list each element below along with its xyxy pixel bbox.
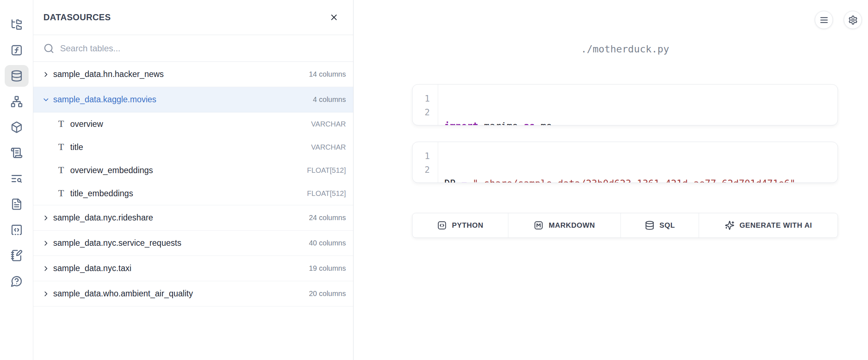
chevron-down-icon: [42, 96, 50, 104]
function-square-icon: [10, 44, 23, 56]
database-icon: [645, 220, 655, 230]
code-token: marimo: [478, 121, 524, 125]
code-line: DB = "_share/sample_data/23b0d623-1361-4…: [444, 177, 838, 183]
table-column-count: 14 columns: [309, 70, 346, 78]
sparkles-icon: [725, 220, 734, 230]
table-row[interactable]: sample_data.kaggle.movies 4 columns: [33, 87, 353, 112]
code-square-icon: [10, 224, 23, 236]
line-number: 1: [412, 92, 430, 106]
search-input[interactable]: [60, 43, 346, 53]
chevron-right-icon: [42, 290, 50, 298]
type-text-icon: T: [57, 142, 65, 152]
add-python-cell-button[interactable]: PYTHON: [412, 213, 508, 237]
table-name: sample_data.nyc.service_requests: [53, 238, 306, 248]
panel-title: DATASOURCES: [43, 12, 111, 22]
table-name: sample_data.hn.hacker_news: [53, 69, 306, 79]
file-tree-icon: [10, 18, 23, 31]
sidebar-item-logs[interactable]: [5, 142, 29, 164]
sidebar-item-documentation[interactable]: [5, 193, 29, 215]
add-python-label: PYTHON: [452, 221, 483, 230]
sidebar-item-packages[interactable]: [5, 116, 29, 138]
code-editor[interactable]: import marimo as mo import duckdb: [438, 85, 838, 125]
tables-list: sample_data.hn.hacker_news 14 columns sa…: [33, 62, 353, 307]
gear-icon: [848, 15, 858, 25]
package-icon: [10, 121, 23, 133]
scroll-text-icon: [10, 147, 23, 159]
line-number: 2: [412, 163, 430, 177]
table-name: sample_data.who.ambient_air_quality: [53, 289, 306, 299]
type-text-icon: T: [57, 189, 65, 198]
notebook-menu-button[interactable]: [815, 11, 833, 29]
line-number: 2: [412, 106, 430, 119]
chevron-right-icon: [42, 214, 50, 222]
sidebar-item-outline[interactable]: [5, 168, 29, 189]
code-token: DB: [444, 178, 461, 183]
code-editor[interactable]: DB = "_share/sample_data/23b0d623-1361-4…: [438, 142, 838, 183]
sidebar-item-scratchpad[interactable]: [5, 245, 29, 266]
notebook-topbar: [815, 11, 862, 29]
table-row[interactable]: sample_data.hn.hacker_news 14 columns: [33, 62, 353, 87]
line-number: 1: [412, 149, 430, 163]
column-name: title_embeddings: [70, 189, 302, 198]
code-line: import marimo as mo: [444, 119, 838, 125]
chat-question-icon: [10, 275, 23, 287]
add-sql-cell-button[interactable]: SQL: [621, 213, 699, 237]
column-type: FLOAT[512]: [307, 189, 346, 198]
generate-with-ai-label: GENERATE WITH AI: [740, 221, 812, 230]
helper-panel-rail: [0, 0, 33, 360]
close-icon: [329, 13, 339, 22]
sidebar-item-file-explorer[interactable]: [5, 14, 29, 35]
dependency-graph-icon: [10, 95, 23, 108]
database-icon: [10, 70, 23, 82]
code-token: import: [444, 121, 478, 125]
sidebar-item-datasources[interactable]: [5, 65, 29, 87]
add-sql-label: SQL: [660, 221, 675, 230]
add-markdown-cell-button[interactable]: MARKDOWN: [508, 213, 621, 237]
chevron-right-icon: [42, 70, 50, 78]
table-row[interactable]: sample_data.nyc.service_requests 40 colu…: [33, 231, 353, 256]
generate-with-ai-button[interactable]: GENERATE WITH AI: [699, 213, 838, 237]
table-column-count: 20 columns: [309, 290, 346, 298]
sidebar-item-snippets[interactable]: [5, 219, 29, 241]
table-row[interactable]: sample_data.nyc.taxi 19 columns: [33, 256, 353, 281]
close-panel-button[interactable]: [328, 11, 340, 23]
table-row[interactable]: sample_data.who.ambient_air_quality 20 c…: [33, 281, 353, 307]
column-type: VARCHAR: [311, 120, 346, 128]
line-numbers: 1 2: [412, 85, 438, 125]
settings-button[interactable]: [844, 11, 862, 29]
column-row[interactable]: T overview_embeddings FLOAT[512]: [33, 159, 353, 182]
column-row[interactable]: T overview VARCHAR: [33, 112, 353, 136]
column-row[interactable]: T title_embeddings FLOAT[512]: [33, 182, 353, 205]
column-name: title: [70, 142, 306, 152]
line-numbers: 1 2: [412, 142, 438, 183]
code-square-icon: [437, 220, 447, 230]
add-cell-bar: PYTHON MARKDOWN SQL GENERATE WITH AI: [412, 213, 838, 238]
markdown-square-icon: [534, 220, 543, 230]
code-token: =: [461, 178, 473, 183]
search-icon: [43, 43, 54, 54]
type-text-icon: T: [57, 166, 65, 175]
datasources-panel: DATASOURCES sample_data.hn.hacker_news 1…: [33, 0, 353, 360]
table-column-count: 40 columns: [309, 239, 346, 247]
table-name: sample_data.nyc.taxi: [53, 263, 306, 273]
table-columns-group: T overview VARCHAR T title VARCHAR T ove…: [33, 112, 353, 205]
add-markdown-label: MARKDOWN: [549, 221, 595, 230]
sidebar-item-variables[interactable]: [5, 39, 29, 61]
chevron-right-icon: [42, 265, 50, 273]
notebook-filename[interactable]: ./motherduck.py: [412, 43, 838, 55]
document-icon: [10, 198, 23, 210]
table-name: sample_data.kaggle.movies: [53, 95, 310, 104]
column-name: overview_embeddings: [70, 166, 302, 175]
code-cell: 1 2 import marimo as mo import duckdb: [412, 84, 838, 125]
sidebar-item-dependencies[interactable]: [5, 91, 29, 112]
column-row[interactable]: T title VARCHAR: [33, 136, 353, 159]
table-column-count: 19 columns: [309, 264, 346, 273]
menu-icon: [819, 15, 829, 25]
text-search-icon: [10, 172, 23, 185]
table-name: sample_data.nyc.rideshare: [53, 213, 306, 223]
table-row[interactable]: sample_data.nyc.rideshare 24 columns: [33, 205, 353, 231]
sidebar-item-chat-help[interactable]: [5, 270, 29, 292]
type-text-icon: T: [57, 119, 65, 129]
table-column-count: 24 columns: [309, 214, 346, 222]
code-token: mo: [535, 121, 552, 125]
